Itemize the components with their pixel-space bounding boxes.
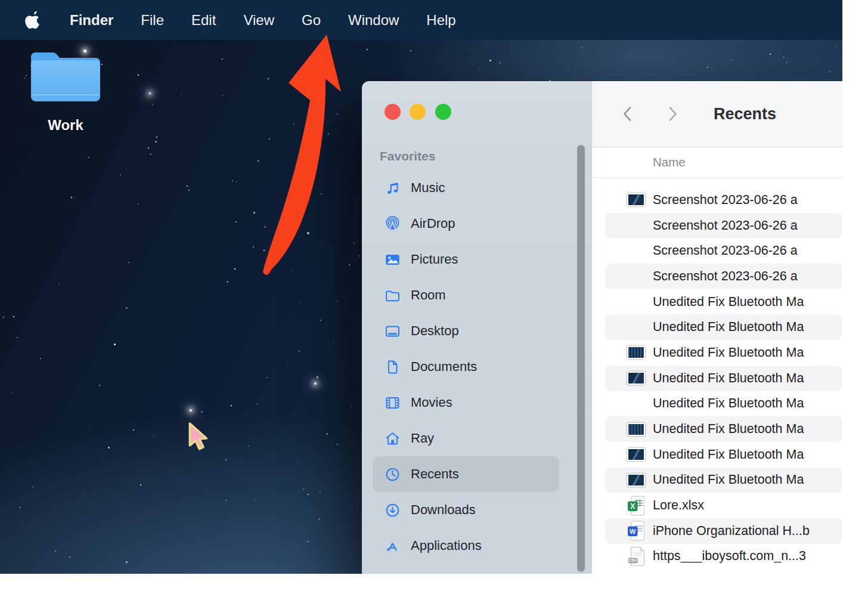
sidebar-item-label: Recents bbox=[411, 466, 459, 482]
svg-text:X: X bbox=[630, 502, 635, 511]
finder-window: Favorites Music AirDrop Pictures Room De… bbox=[362, 81, 842, 574]
menu-item-go[interactable]: Go bbox=[302, 12, 321, 29]
thumb-window bbox=[627, 245, 645, 258]
menu-bar: FinderFileEditViewGoWindowHelp bbox=[0, 0, 842, 40]
file-list: Screenshot 2023-06-26 aScreenshot 2023-0… bbox=[592, 187, 842, 569]
thumb-window bbox=[627, 295, 645, 308]
forward-button[interactable] bbox=[665, 105, 680, 123]
thumb-window bbox=[627, 397, 645, 410]
finder-toolbar: Recents bbox=[592, 81, 842, 147]
word-file-icon: W bbox=[627, 521, 645, 541]
chevron-right-icon bbox=[670, 108, 676, 120]
red-arrow-annotation bbox=[0, 0, 417, 298]
sidebar-item-pictures[interactable]: Pictures bbox=[373, 242, 559, 277]
sidebar-item-desktop[interactable]: Desktop bbox=[373, 313, 559, 349]
finder-sidebar: Favorites Music AirDrop Pictures Room De… bbox=[362, 81, 592, 574]
sidebar-item-movies[interactable]: Movies bbox=[373, 385, 559, 420]
music-note-icon bbox=[385, 180, 401, 196]
sidebar-item-label: Pictures bbox=[411, 252, 458, 267]
desktop-icon bbox=[385, 323, 401, 339]
file-row[interactable]: Screenshot 2023-06-26 a bbox=[605, 213, 842, 239]
file-row[interactable]: Unedited Fix Bluetooth Ma bbox=[605, 468, 842, 493]
sidebar-section-title: Favorites bbox=[380, 149, 435, 163]
sidebar-item-room[interactable]: Room bbox=[373, 277, 559, 313]
file-row[interactable]: Screenshot 2023-06-26 a bbox=[605, 187, 842, 213]
download-icon bbox=[385, 502, 401, 518]
chevron-left-icon bbox=[625, 108, 631, 120]
thumb-wave bbox=[627, 372, 645, 385]
column-header-row[interactable]: Name bbox=[592, 147, 842, 178]
file-row[interactable]: Screenshot 2023-06-26 a bbox=[605, 238, 842, 264]
sidebar-item-label: Desktop bbox=[411, 323, 459, 339]
svg-text:CSV: CSV bbox=[629, 558, 637, 562]
file-row[interactable]: Screenshot 2023-06-26 a bbox=[605, 264, 842, 289]
menu-item-window[interactable]: Window bbox=[348, 12, 399, 29]
sidebar-item-label: Music bbox=[411, 180, 445, 196]
sidebar-item-label: AirDrop bbox=[411, 216, 455, 231]
file-name: Unedited Fix Bluetooth Ma bbox=[653, 371, 804, 386]
thumb-grid bbox=[627, 423, 645, 436]
sidebar-item-downloads[interactable]: Downloads bbox=[373, 492, 559, 528]
file-row[interactable]: Unedited Fix Bluetooth Ma bbox=[605, 289, 842, 315]
minimize-button[interactable] bbox=[410, 104, 426, 120]
file-name: Screenshot 2023-06-26 a bbox=[653, 243, 798, 258]
file-row[interactable]: Unedited Fix Bluetooth Ma bbox=[605, 314, 842, 340]
menu-item-edit[interactable]: Edit bbox=[191, 12, 216, 29]
menu-item-help[interactable]: Help bbox=[426, 12, 455, 29]
close-button[interactable] bbox=[385, 104, 401, 120]
menu-item-finder[interactable]: Finder bbox=[70, 12, 113, 29]
sidebar-item-label: Applications bbox=[411, 538, 482, 553]
sidebar-item-label: Ray bbox=[411, 431, 434, 446]
excel-file-icon: X bbox=[627, 496, 645, 516]
file-row[interactable]: Unedited Fix Bluetooth Ma bbox=[605, 366, 842, 391]
desktop-screen: FinderFileEditViewGoWindowHelp Work Favo… bbox=[0, 0, 842, 574]
home-icon bbox=[385, 431, 401, 447]
sidebar-item-airdrop[interactable]: AirDrop bbox=[373, 206, 559, 242]
window-title: Recents bbox=[714, 105, 776, 123]
file-row[interactable]: CSVhttps___iboysoft.com_n...3 bbox=[605, 544, 842, 570]
thumb-wave bbox=[627, 448, 645, 461]
thumb-wave bbox=[627, 193, 645, 206]
file-name: Screenshot 2023-06-26 a bbox=[653, 269, 798, 284]
file-name: Unedited Fix Bluetooth Ma bbox=[653, 472, 804, 487]
file-row[interactable]: WiPhone Organizational H...b bbox=[605, 518, 842, 544]
clock-icon bbox=[385, 466, 401, 483]
sidebar-item-label: Documents bbox=[411, 359, 477, 375]
file-name: Unedited Fix Bluetooth Ma bbox=[653, 320, 804, 335]
file-name: Unedited Fix Bluetooth Ma bbox=[653, 295, 804, 310]
finder-main-panel: Recents Name Screenshot 2023-06-26 aScre… bbox=[592, 81, 842, 574]
desktop-folder-work[interactable]: Work bbox=[27, 48, 104, 134]
file-row[interactable]: Unedited Fix Bluetooth Ma bbox=[605, 442, 842, 468]
thumb-window bbox=[627, 270, 645, 283]
file-name: Screenshot 2023-06-26 a bbox=[653, 218, 798, 233]
file-name: Unedited Fix Bluetooth Ma bbox=[653, 447, 804, 462]
airdrop-icon bbox=[385, 216, 401, 232]
name-column-header[interactable]: Name bbox=[653, 155, 686, 169]
file-row[interactable]: Unedited Fix Bluetooth Ma bbox=[605, 416, 842, 442]
sidebar-scrollbar[interactable] bbox=[577, 145, 585, 572]
csv-file-icon: CSV bbox=[627, 546, 645, 567]
file-name: https___iboysoft.com_n...3 bbox=[653, 549, 806, 564]
file-name: Screenshot 2023-06-26 a bbox=[653, 193, 798, 208]
sidebar-item-ray[interactable]: Ray bbox=[373, 420, 559, 456]
sidebar-item-music[interactable]: Music bbox=[373, 170, 559, 206]
file-name: Lore.xlsx bbox=[653, 498, 704, 513]
file-row[interactable]: Unedited Fix Bluetooth Ma bbox=[605, 340, 842, 366]
menu-item-view[interactable]: View bbox=[243, 12, 274, 29]
sidebar-item-label: Movies bbox=[411, 395, 452, 410]
file-row[interactable]: Unedited Fix Bluetooth Ma bbox=[605, 391, 842, 417]
apple-logo-icon[interactable] bbox=[25, 10, 43, 30]
folder-icon bbox=[385, 287, 401, 304]
file-name: iPhone Organizational H...b bbox=[653, 524, 810, 539]
back-button[interactable] bbox=[620, 105, 636, 123]
menu-item-file[interactable]: File bbox=[141, 12, 164, 29]
sidebar-item-documents[interactable]: Documents bbox=[373, 349, 559, 385]
zoom-button[interactable] bbox=[435, 104, 451, 120]
file-row[interactable]: XLore.xlsx bbox=[605, 493, 842, 518]
sidebar-item-applications[interactable]: Applications bbox=[373, 528, 559, 564]
pictures-icon bbox=[385, 252, 401, 268]
folder-label: Work bbox=[27, 117, 104, 134]
thumb-grid bbox=[627, 346, 645, 359]
sidebar-item-recents[interactable]: Recents bbox=[373, 456, 559, 492]
appstore-icon bbox=[385, 538, 401, 554]
